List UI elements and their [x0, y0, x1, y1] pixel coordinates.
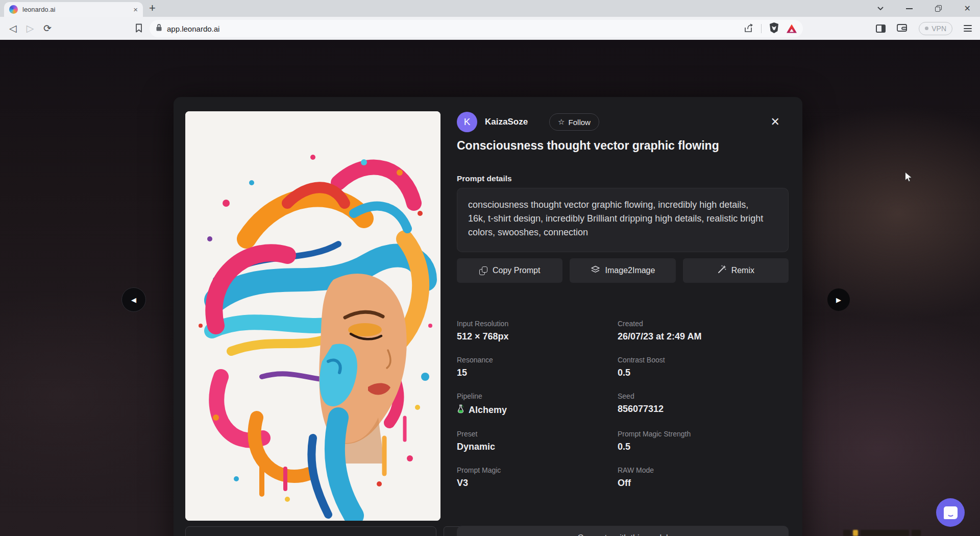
carousel-prev-button[interactable]: ◀	[121, 287, 146, 312]
brave-rewards-icon[interactable]	[787, 25, 797, 33]
wallet-icon[interactable]	[897, 23, 908, 34]
remix-button[interactable]: Remix	[683, 258, 789, 283]
detail-pipeline: Pipeline Alchemy	[457, 392, 618, 416]
prompt-box: consciousness thought vector graphic flo…	[457, 188, 789, 252]
creator-name[interactable]: KaizaSoze	[485, 117, 528, 127]
generation-title: Consciousness thought vector graphic flo…	[457, 139, 773, 153]
leonardo-favicon-icon	[9, 5, 18, 14]
copy-prompt-button[interactable]: Copy Prompt	[457, 258, 562, 283]
chat-bubble-icon	[944, 506, 958, 519]
prompt-text: consciousness thought vector graphic flo…	[468, 198, 764, 239]
action-buttons: Copy Prompt Image2Image Remix	[457, 258, 789, 283]
right-arrow-icon: ▶	[836, 296, 841, 304]
detail-prompt-magic-strength: Prompt Magic Strength 0.5	[618, 430, 789, 452]
avatar[interactable]: K	[457, 112, 477, 132]
bookmark-icon[interactable]	[135, 23, 143, 33]
tab-close-icon[interactable]: ×	[133, 6, 138, 13]
star-icon: ☆	[558, 117, 565, 127]
left-arrow-icon: ◀	[131, 296, 136, 304]
wand-icon	[717, 265, 726, 276]
forward-button[interactable]: ▷	[21, 22, 39, 34]
toolbar-right-actions: VPN	[876, 17, 980, 40]
tab-strip: leonardo.ai × + ✕	[0, 0, 980, 17]
detail-contrast-boost: Contrast Boost 0.5	[618, 356, 789, 378]
copy-icon	[479, 266, 487, 275]
artwork-image[interactable]	[185, 111, 440, 521]
carousel-next-button[interactable]: ▶	[827, 288, 850, 311]
window-close-button[interactable]: ✕	[964, 4, 971, 13]
creator-row: K KaizaSoze ☆ Follow	[457, 112, 599, 132]
back-button[interactable]: ◁	[4, 22, 21, 34]
restore-button[interactable]	[935, 5, 942, 12]
image2image-button[interactable]: Image2Image	[570, 258, 675, 283]
layers-icon	[591, 265, 600, 276]
url-bar[interactable]: app.leonardo.ai	[150, 20, 803, 37]
window-controls: ✕	[877, 0, 980, 17]
brave-shields-icon[interactable]	[769, 22, 779, 36]
detail-preset: Preset Dynamic	[457, 430, 618, 452]
page-backdrop: ◀ ▶	[0, 40, 980, 536]
modal-close-icon[interactable]: ✕	[771, 115, 780, 129]
prompt-details-label: Prompt details	[457, 174, 512, 183]
artwork-illustration	[185, 111, 440, 521]
vpn-status-dot	[925, 27, 928, 30]
cutoff-watermark	[843, 530, 935, 536]
detail-created: Created 26/07/23 at 2:49 AM	[618, 320, 789, 342]
vpn-button[interactable]: VPN	[919, 22, 952, 35]
support-chat-button[interactable]	[936, 498, 965, 527]
toolbar-separator	[761, 24, 762, 33]
detail-input-resolution: Input Resolution 512 × 768px	[457, 320, 618, 342]
mouse-cursor	[904, 172, 913, 184]
detail-prompt-magic: Prompt Magic V3	[457, 466, 618, 489]
follow-button[interactable]: ☆ Follow	[549, 113, 599, 131]
tab-title: leonardo.ai	[22, 6, 129, 13]
tab-search-chevron-icon[interactable]	[877, 7, 884, 10]
image-pagination-bar[interactable]	[185, 526, 436, 536]
generate-with-model-button[interactable]: Generate with this model	[457, 526, 789, 536]
sidebar-toggle-icon[interactable]	[876, 25, 886, 33]
detail-seed: Seed 856077312	[618, 392, 789, 416]
minimize-button[interactable]	[906, 8, 913, 9]
url-text[interactable]: app.leonardo.ai	[167, 25, 743, 33]
urlbar-actions	[743, 22, 797, 36]
flask-icon	[457, 404, 464, 416]
browser-window: leonardo.ai × + ✕ ◁ ▷ ⟳ app.leonardo.ai	[0, 0, 980, 536]
detail-resonance: Resonance 15	[457, 356, 618, 378]
menu-icon[interactable]	[964, 25, 972, 32]
browser-tab[interactable]: leonardo.ai ×	[4, 2, 143, 17]
lock-icon	[156, 23, 162, 34]
share-icon[interactable]	[743, 23, 754, 35]
new-tab-button[interactable]: +	[149, 1, 156, 15]
generation-detail-modal: ✕ K KaizaSoze ☆ Follow Consciousness tho…	[174, 97, 802, 536]
generation-details-grid: Input Resolution 512 × 768px Created 26/…	[457, 320, 789, 489]
detail-raw-mode: RAW Mode Off	[618, 466, 789, 489]
reload-button[interactable]: ⟳	[39, 22, 56, 34]
